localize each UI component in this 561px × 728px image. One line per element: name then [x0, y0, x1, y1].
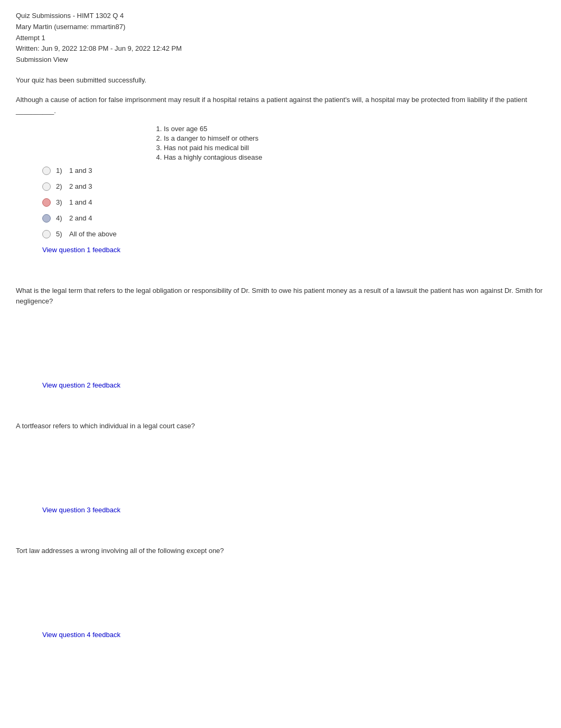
answer-list-1: Is over age 65Is a danger to himself or …	[153, 125, 545, 161]
radio-circle	[42, 182, 51, 191]
choice-number: 5)	[56, 230, 69, 238]
choice-text: 1 and 4	[69, 198, 92, 206]
choice-number: 2)	[56, 182, 69, 190]
question-text-2: What is the legal term that refers to th…	[16, 285, 545, 308]
empty-choices	[16, 315, 545, 379]
question-block-2: What is the legal term that refers to th…	[16, 285, 545, 406]
empty-choices	[16, 565, 545, 628]
quiz-attempt: Attempt 1	[16, 33, 545, 44]
list-item: Is a danger to himself or others	[164, 134, 545, 142]
radio-circle	[42, 230, 51, 238]
choice-row[interactable]: 2)2 and 3	[42, 182, 545, 191]
choice-number: 4)	[56, 214, 69, 222]
list-item: Has not paid his medical bill	[164, 144, 545, 152]
question-text-1: Although a cause of action for false imp…	[16, 95, 545, 117]
questions-container: Although a cause of action for false imp…	[16, 95, 545, 655]
choice-row[interactable]: 1)1 and 3	[42, 167, 545, 175]
choice-row[interactable]: 3)1 and 4	[42, 198, 545, 207]
choices-1: 1)1 and 32)2 and 33)1 and 44)2 and 45)Al…	[42, 167, 545, 238]
radio-circle	[42, 198, 51, 207]
empty-choices	[16, 440, 545, 503]
success-message: Your quiz has been submitted successfull…	[16, 76, 545, 84]
feedback-link-1[interactable]: View question 1 feedback	[42, 246, 545, 254]
quiz-title: Quiz Submissions - HIMT 1302 Q 4	[16, 11, 545, 22]
question-text-4: Tort law addresses a wrong involving all…	[16, 546, 545, 557]
list-item: Has a highly contagious disease	[164, 153, 545, 161]
choice-text: 2 and 3	[69, 182, 92, 190]
feedback-link-3[interactable]: View question 3 feedback	[42, 506, 545, 514]
quiz-header: Quiz Submissions - HIMT 1302 Q 4 Mary Ma…	[16, 11, 545, 66]
choice-text: 2 and 4	[69, 214, 92, 222]
feedback-link-4[interactable]: View question 4 feedback	[42, 631, 545, 639]
question-block-4: Tort law addresses a wrong involving all…	[16, 546, 545, 655]
choice-text: 1 and 3	[69, 167, 92, 174]
quiz-written: Written: Jun 9, 2022 12:08 PM - Jun 9, 2…	[16, 43, 545, 54]
choice-text: All of the above	[69, 230, 117, 238]
list-item: Is over age 65	[164, 125, 545, 133]
choice-number: 3)	[56, 198, 69, 206]
choice-row[interactable]: 5)All of the above	[42, 230, 545, 238]
radio-circle	[42, 167, 51, 175]
feedback-link-2[interactable]: View question 2 feedback	[42, 381, 545, 389]
question-block-3: A tortfeasor refers to which individual …	[16, 421, 545, 530]
choice-number: 1)	[56, 167, 69, 174]
radio-circle	[42, 214, 51, 223]
choice-row[interactable]: 4)2 and 4	[42, 214, 545, 223]
question-text-3: A tortfeasor refers to which individual …	[16, 421, 545, 432]
question-block-1: Although a cause of action for false imp…	[16, 95, 545, 270]
quiz-view: Submission View	[16, 54, 545, 66]
quiz-user: Mary Martin (username: mmartin87)	[16, 22, 545, 33]
